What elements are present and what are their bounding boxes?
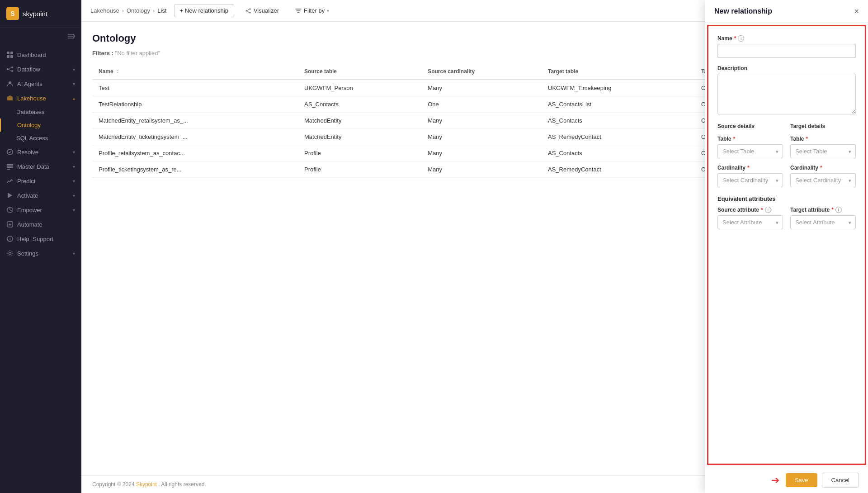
sidebar-item-ai-agents[interactable]: AI Agents ▾ xyxy=(0,76,81,91)
panel-title: New relationship xyxy=(714,7,772,15)
sidebar-item-lakehouse[interactable]: Lakehouse ▴ xyxy=(0,91,81,105)
breadcrumb-lakehouse[interactable]: Lakehouse xyxy=(90,7,119,14)
footer-brand[interactable]: Skypoint xyxy=(136,481,157,488)
cancel-button[interactable]: Cancel xyxy=(822,473,859,488)
svg-rect-1 xyxy=(68,36,74,37)
cell-target-table: AS_RemedyContact xyxy=(542,129,695,145)
svg-rect-6 xyxy=(10,55,13,58)
sidebar-item-automate[interactable]: Automate xyxy=(0,217,81,232)
cell-source-table: MatchedEntity xyxy=(298,129,421,145)
target-attr-info-icon[interactable]: i xyxy=(835,207,842,213)
empower-chevron: ▾ xyxy=(73,208,75,213)
cell-source-cardinality: Many xyxy=(421,145,542,161)
target-attribute-select[interactable]: Select Attribute xyxy=(790,215,856,229)
sidebar-item-dashboard[interactable]: Dashboard xyxy=(0,47,81,62)
cell-source-table: MatchedEntity xyxy=(298,113,421,129)
target-table-select[interactable]: Select Table xyxy=(790,144,856,158)
visualizer-button[interactable]: Visualizer xyxy=(240,5,284,17)
source-attr-info-icon[interactable]: i xyxy=(765,207,771,213)
breadcrumb-ontology[interactable]: Ontology xyxy=(127,7,150,14)
target-attribute-wrapper: Select Attribute xyxy=(790,215,856,229)
svg-point-8 xyxy=(11,66,13,68)
sidebar-label-lakehouse: Lakehouse xyxy=(17,95,46,102)
name-group: Name * i xyxy=(717,35,856,58)
svg-point-23 xyxy=(9,252,11,255)
cell-name: Profile_retailsystem_as_contac... xyxy=(92,145,298,161)
cell-source-cardinality: Many xyxy=(421,129,542,145)
source-table-group: Table * Select Table xyxy=(717,136,783,158)
name-input[interactable] xyxy=(717,44,856,58)
col-source-table: Source table xyxy=(298,64,421,80)
source-cardinality-wrapper: Select Cardinality xyxy=(717,173,783,187)
description-textarea[interactable] xyxy=(717,74,856,114)
new-relationship-button[interactable]: + New relationship xyxy=(174,4,234,17)
cardinality-row: Cardinality * Select Cardinality Cardina… xyxy=(717,165,856,187)
name-info-icon[interactable]: i xyxy=(738,35,744,42)
sidebar-item-dataflow[interactable]: Dataflow ▾ xyxy=(0,62,81,76)
source-cardinality-select[interactable]: Select Cardinality xyxy=(717,173,783,187)
sidebar-item-settings[interactable]: Settings ▾ xyxy=(0,246,81,261)
svg-line-10 xyxy=(9,67,11,69)
panel-close-button[interactable]: × xyxy=(854,7,859,15)
sidebar-item-predict[interactable]: Predict ▾ xyxy=(0,174,81,188)
sidebar-nav: Dashboard Dataflow ▾ AI Agents ▾ Lakehou… xyxy=(0,45,81,493)
help-icon: ? xyxy=(6,235,14,242)
footer-rights: . All rights reserved. xyxy=(158,481,206,488)
name-required: * xyxy=(734,35,736,42)
source-details-label: Source details xyxy=(717,123,783,129)
sidebar-label-ai-agents: AI Agents xyxy=(17,81,42,87)
source-attribute-group: Source attribute * i Select Attribute xyxy=(717,207,783,229)
svg-line-27 xyxy=(247,9,249,11)
description-group: Description xyxy=(717,65,856,116)
sidebar-toggle[interactable] xyxy=(0,28,81,45)
app-name: skypoint xyxy=(23,10,47,18)
svg-point-26 xyxy=(249,12,250,13)
dataflow-icon xyxy=(6,66,14,73)
activate-chevron: ▾ xyxy=(73,193,75,198)
sidebar-item-help[interactable]: ? Help+Support xyxy=(0,232,81,246)
sidebar-label-predict: Predict xyxy=(17,178,35,185)
filter-button[interactable]: Filter by ▾ xyxy=(290,5,335,17)
sort-icon-name[interactable] xyxy=(115,69,120,74)
cell-source-cardinality: Many xyxy=(421,161,542,178)
filters-value: "No filter applied" xyxy=(115,50,160,57)
source-attribute-select[interactable]: Select Attribute xyxy=(717,215,783,229)
save-button[interactable]: Save xyxy=(786,473,817,487)
filters-label: Filters : xyxy=(92,50,113,57)
new-rel-label: + New relationship xyxy=(180,7,228,14)
predict-icon xyxy=(6,177,14,185)
lakehouse-icon xyxy=(6,95,14,102)
sidebar-logo: S skypoint xyxy=(0,0,81,28)
panel-footer: ➔ Save Cancel xyxy=(705,467,868,493)
name-label: Name * i xyxy=(717,35,856,42)
svg-point-25 xyxy=(249,8,250,9)
sidebar-label-help: Help+Support xyxy=(17,236,53,242)
cell-target-table: AS_Contacts xyxy=(542,145,695,161)
col-source-cardinality: Source cardinality xyxy=(421,64,542,80)
panel-body: Name * i Description Source details Targ… xyxy=(707,25,866,465)
sidebar-item-empower[interactable]: Empower ▾ xyxy=(0,203,81,217)
svg-point-7 xyxy=(7,68,9,70)
sidebar-sub-databases[interactable]: Databases xyxy=(0,105,81,119)
dataflow-chevron: ▾ xyxy=(73,67,75,72)
master-data-icon xyxy=(6,163,14,170)
svg-line-11 xyxy=(9,69,11,71)
sidebar-item-resolve[interactable]: Resolve ▾ xyxy=(0,145,81,159)
master-data-chevron: ▾ xyxy=(73,164,75,169)
cell-target-table: AS_RemedyContact xyxy=(542,161,695,178)
sidebar-sub-sql-access[interactable]: SQL Access xyxy=(0,132,81,145)
settings-icon xyxy=(6,250,14,257)
source-table-select[interactable]: Select Table xyxy=(717,144,783,158)
source-cardinality-label: Cardinality * xyxy=(717,165,783,171)
sidebar-item-activate[interactable]: Activate ▾ xyxy=(0,188,81,203)
sidebar-item-master-data[interactable]: Master Data ▾ xyxy=(0,159,81,174)
equivalent-attributes-section: Equivalent attributes Source attribute *… xyxy=(717,195,856,229)
ai-agents-chevron: ▾ xyxy=(73,81,75,86)
svg-rect-3 xyxy=(7,52,9,54)
svg-rect-17 xyxy=(7,169,10,170)
target-cardinality-label: Cardinality * xyxy=(790,165,856,171)
activate-icon xyxy=(6,192,14,199)
target-cardinality-select[interactable]: Select Cardinality xyxy=(790,173,856,187)
sidebar-sub-ontology[interactable]: Ontology xyxy=(0,119,81,132)
filter-label: Filter by xyxy=(304,7,325,14)
